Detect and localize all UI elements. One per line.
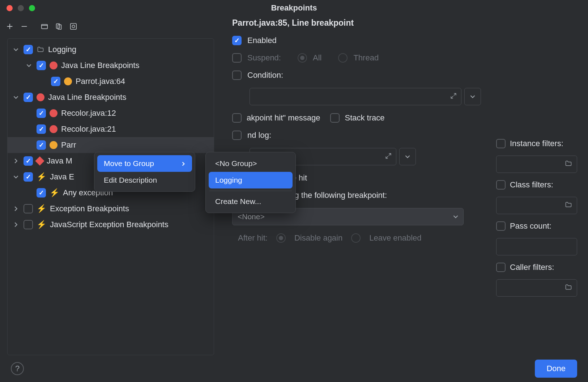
chevron-down-icon[interactable] bbox=[25, 61, 33, 69]
breakpoint-toolbar bbox=[0, 16, 221, 38]
help-button[interactable]: ? bbox=[11, 362, 24, 375]
condition-checkbox[interactable] bbox=[232, 71, 242, 80]
remove-breakpoint-button[interactable] bbox=[18, 20, 30, 33]
method-breakpoint-icon bbox=[35, 156, 44, 165]
checkbox[interactable] bbox=[51, 77, 60, 86]
checkbox[interactable] bbox=[37, 188, 46, 198]
view-breakpoints-button[interactable] bbox=[67, 20, 80, 33]
instance-filters-label: Instance filters: bbox=[510, 139, 563, 148]
suspend-thread-label: Thread bbox=[353, 53, 379, 63]
group-by-class-button[interactable] bbox=[53, 20, 65, 33]
group-by-file-button[interactable] bbox=[38, 20, 51, 33]
tree-label: Exception Breakpoints bbox=[50, 204, 129, 213]
exception-breakpoint-icon: ⚡ bbox=[50, 188, 59, 198]
disable-again-label: Disable again bbox=[294, 233, 342, 243]
submenu-no-group[interactable]: <No Group> bbox=[209, 155, 293, 172]
enabled-checkbox[interactable] bbox=[232, 36, 242, 45]
chevron-right-icon[interactable] bbox=[12, 221, 20, 229]
checkbox[interactable] bbox=[24, 204, 33, 213]
caller-filters-input[interactable] bbox=[496, 279, 577, 297]
disable-again-radio[interactable] bbox=[276, 233, 286, 243]
caller-filters-checkbox[interactable] bbox=[496, 263, 506, 272]
tree-row[interactable]: Recolor.java:21 bbox=[8, 121, 214, 137]
svg-rect-0 bbox=[42, 25, 48, 29]
breakpoint-conditional-icon bbox=[50, 141, 57, 149]
checkbox[interactable] bbox=[24, 156, 33, 166]
evaluate-log-label: nd log: bbox=[247, 131, 271, 140]
stack-trace-label: Stack trace bbox=[345, 113, 384, 123]
after-hit-label: After hit: bbox=[238, 233, 268, 243]
checkbox[interactable] bbox=[24, 172, 33, 182]
menu-label: Move to Group bbox=[104, 159, 154, 168]
evaluate-log-checkbox[interactable] bbox=[232, 131, 242, 140]
class-filters-label: Class filters: bbox=[510, 180, 553, 190]
expand-icon[interactable] bbox=[450, 93, 457, 101]
bp-hit-message-label: akpoint hit" message bbox=[247, 113, 320, 123]
class-filters-checkbox[interactable] bbox=[496, 180, 506, 190]
maximize-window-icon[interactable] bbox=[29, 5, 35, 11]
menu-edit-description[interactable]: Edit Description bbox=[97, 172, 192, 188]
svg-rect-3 bbox=[71, 24, 77, 30]
minimize-window-icon[interactable] bbox=[18, 5, 24, 11]
tree-row[interactable]: Java Line Breakpoints bbox=[8, 58, 214, 73]
checkbox[interactable] bbox=[37, 140, 46, 150]
submenu-logging[interactable]: Logging bbox=[209, 172, 293, 188]
tree-row-logging-group[interactable]: Logging bbox=[8, 42, 214, 58]
close-window-icon[interactable] bbox=[7, 5, 13, 11]
tree-row[interactable]: Java Line Breakpoints bbox=[8, 89, 214, 105]
checkbox[interactable] bbox=[24, 220, 33, 229]
condition-history-button[interactable] bbox=[464, 88, 481, 105]
suspend-all-radio[interactable] bbox=[298, 53, 307, 63]
breakpoint-tree[interactable]: Logging Java Line Breakpoints Parrot.jav… bbox=[7, 38, 214, 355]
caller-filters-label: Caller filters: bbox=[510, 263, 554, 272]
folder-icon[interactable] bbox=[564, 284, 572, 293]
instance-filters-input[interactable] bbox=[496, 156, 577, 173]
disable-until-value: <None> bbox=[238, 212, 265, 221]
chevron-down-icon[interactable] bbox=[12, 46, 20, 54]
tree-label: Java M bbox=[47, 156, 72, 166]
checkbox[interactable] bbox=[24, 45, 33, 54]
tree-row-selected[interactable]: Parr bbox=[8, 137, 214, 153]
menu-label: <No Group> bbox=[215, 159, 257, 168]
checkbox[interactable] bbox=[37, 109, 46, 118]
leave-enabled-radio[interactable] bbox=[351, 233, 361, 243]
tree-row[interactable]: Parrot.java:64 bbox=[8, 73, 214, 89]
tree-label: Java Line Breakpoints bbox=[61, 61, 139, 70]
folder-icon[interactable] bbox=[564, 160, 572, 169]
context-menu: Move to Group Edit Description bbox=[94, 152, 195, 192]
leave-enabled-label: Leave enabled bbox=[369, 233, 421, 243]
menu-label: Logging bbox=[215, 176, 242, 184]
pass-count-checkbox[interactable] bbox=[496, 221, 506, 231]
stack-trace-checkbox[interactable] bbox=[330, 113, 340, 123]
checkbox[interactable] bbox=[37, 124, 46, 134]
add-breakpoint-button[interactable] bbox=[4, 20, 16, 33]
condition-input[interactable] bbox=[250, 88, 461, 105]
chevron-right-icon[interactable] bbox=[12, 157, 20, 165]
chevron-down-icon bbox=[453, 212, 458, 221]
checkbox[interactable] bbox=[24, 93, 33, 102]
pass-count-input[interactable] bbox=[496, 238, 577, 255]
submenu-create-new[interactable]: Create New... bbox=[209, 193, 293, 210]
expand-icon[interactable] bbox=[385, 153, 392, 161]
breakpoint-icon bbox=[50, 125, 57, 133]
bp-hit-message-checkbox[interactable] bbox=[232, 113, 242, 123]
menu-move-to-group[interactable]: Move to Group bbox=[97, 155, 192, 172]
tree-row[interactable]: Recolor.java:12 bbox=[8, 105, 214, 121]
menu-separator bbox=[209, 191, 292, 191]
suspend-checkbox[interactable] bbox=[232, 53, 242, 63]
checkbox[interactable] bbox=[37, 61, 46, 70]
instance-filters-checkbox[interactable] bbox=[496, 139, 506, 148]
class-filters-input[interactable] bbox=[496, 197, 577, 214]
folder-icon[interactable] bbox=[564, 201, 572, 210]
chevron-down-icon[interactable] bbox=[12, 173, 20, 181]
tree-row[interactable]: ⚡ Exception Breakpoints bbox=[8, 201, 214, 217]
suspend-thread-radio[interactable] bbox=[338, 53, 348, 63]
condition-label: Condition: bbox=[247, 71, 283, 80]
chevron-down-icon[interactable] bbox=[12, 93, 20, 101]
tree-label: Recolor.java:12 bbox=[61, 109, 116, 118]
evaluate-log-history-button[interactable] bbox=[399, 148, 416, 165]
done-button[interactable]: Done bbox=[535, 360, 577, 378]
tree-label: Parr bbox=[61, 140, 76, 150]
tree-row[interactable]: ⚡ JavaScript Exception Breakpoints bbox=[8, 217, 214, 233]
chevron-right-icon[interactable] bbox=[12, 205, 20, 213]
